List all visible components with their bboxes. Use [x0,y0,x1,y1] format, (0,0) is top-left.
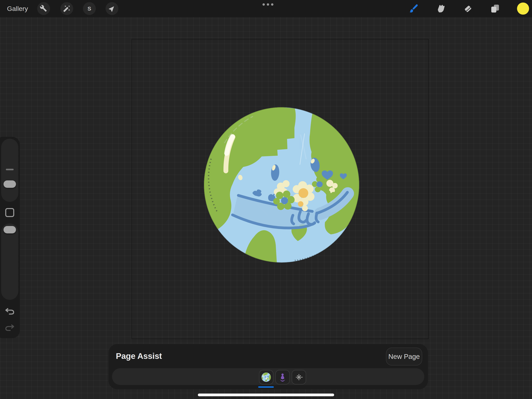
multitask-handle[interactable] [262,3,273,6]
eraser-icon [463,4,473,14]
sparkle-icon [293,371,305,383]
color-swatch [517,3,529,15]
brush-icon [408,3,419,14]
layers-button[interactable] [489,2,501,15]
actions-button[interactable] [37,2,50,15]
redo-icon [5,322,15,331]
top-toolbar: Gallery S [0,0,532,17]
svg-text:S: S [88,6,91,12]
new-page-button[interactable]: New Page [386,348,422,366]
page-thumbnail-character[interactable] [275,370,290,384]
selected-page-indicator [258,386,274,388]
undo-icon [5,306,15,315]
page-thumbnail-sparkle[interactable] [292,370,306,384]
earth-artwork-svg [203,106,361,264]
magic-wand-icon [63,5,70,12]
modify-button[interactable] [5,208,14,217]
earth-thumbnail-icon [260,371,272,383]
earth-artwork [203,106,361,264]
opacity-handle[interactable] [4,226,16,233]
smudge-tool-button[interactable] [434,2,447,15]
erase-tool-button[interactable] [462,2,474,15]
home-indicator[interactable] [198,393,334,396]
procreate-app: Gallery S [0,0,532,399]
wrench-icon [40,5,47,12]
page-assist-panel: Page Assist New Page [108,344,428,389]
arrow-cursor-icon [108,5,116,12]
color-button[interactable] [517,2,529,15]
brush-size-handle[interactable] [4,180,16,188]
purple-character-icon [277,371,289,383]
brush-size-slider[interactable] [1,139,18,202]
undo-button[interactable] [5,306,15,316]
transform-button[interactable] [106,2,118,15]
sidebar-tools [0,137,20,338]
selection-button[interactable]: S [83,2,96,15]
adjustments-button[interactable] [60,2,73,15]
slider-tick [6,169,14,170]
gallery-button[interactable]: Gallery [7,0,28,17]
paint-tool-button[interactable] [407,2,420,15]
redo-button[interactable] [5,322,15,332]
page-assist-title: Page Assist [116,344,162,368]
layers-icon [490,3,500,14]
s-curve-icon: S [85,5,93,13]
page-thumbnail-earth[interactable] [259,370,273,384]
opacity-slider[interactable] [1,224,18,300]
finger-icon [435,4,446,14]
